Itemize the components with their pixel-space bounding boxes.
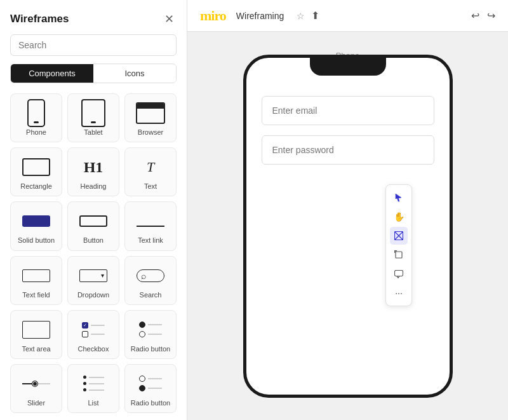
component-numbered-list[interactable]: Radio button [124,364,177,413]
comment-tool[interactable] [390,265,408,283]
component-label: Slider [27,399,45,407]
component-text-link[interactable]: Text link [124,201,177,250]
component-label: Solid button [18,236,55,245]
component-label: Text [144,182,157,191]
component-checkbox[interactable]: ✓ Checkbox [67,310,119,359]
component-radio[interactable]: Radio button [124,310,177,359]
component-label: Rectangle [20,182,52,191]
more-tool[interactable]: ··· [390,284,408,302]
components-grid: Phone Tablet Browser Rectangle H1 Headin… [0,88,187,420]
phone-frame [243,55,453,398]
panel-header: Wireframes ✕ [0,0,187,34]
component-label: Text link [138,236,163,245]
component-slider[interactable]: Slider [10,364,62,413]
component-search[interactable]: Search [124,256,177,305]
component-text-field[interactable]: Text field [10,256,62,305]
text-icon: T [135,156,166,179]
checkbox-icon: ✓ [78,318,109,341]
redo-button[interactable]: ↪ [487,10,495,22]
browser-icon [135,102,166,125]
search-component-icon [135,264,166,287]
component-label: Heading [81,182,107,191]
search-box [10,34,177,56]
main-canvas: ✋ ··· [187,32,508,420]
component-tablet[interactable]: Tablet [67,93,119,142]
top-bar-right: ↩ ↪ [471,10,495,22]
component-label: Checkbox [78,345,109,353]
button-icon [78,210,109,233]
component-dropdown[interactable]: Dropdown [67,256,119,305]
text-link-icon [135,210,166,233]
component-label: Radio button [131,345,170,353]
phone-notch [310,58,386,76]
component-button[interactable]: Button [67,201,119,250]
component-bullet-list[interactable]: List [67,364,119,413]
close-button[interactable]: ✕ [161,11,177,27]
share-icon[interactable]: ⬆ [311,10,319,22]
component-phone[interactable]: Phone [10,93,62,142]
component-text-area[interactable]: Text area [10,310,62,359]
panel-title: Wireframes [10,13,69,25]
component-label: Tablet [84,128,102,137]
text-field-icon [21,264,51,287]
dropdown-icon [78,264,109,287]
svg-rect-6 [395,270,403,276]
component-label: Dropdown [77,291,109,299]
component-label: Search [140,291,162,299]
star-icon[interactable]: ☆ [297,11,305,21]
bullet-list-icon [78,372,109,395]
svg-rect-3 [396,252,402,258]
component-heading[interactable]: H1 Heading [67,147,119,196]
tab-icons[interactable]: Icons [93,64,176,83]
svg-rect-5 [394,250,396,253]
undo-button[interactable]: ↩ [471,10,479,22]
component-label: Browser [138,128,163,137]
radio-icon [135,318,166,341]
top-bar: miro Wireframing ☆ ⬆ ↩ ↪ [187,0,508,32]
tab-row: Components Icons [10,64,177,83]
canvas-area: miro Wireframing ☆ ⬆ ↩ ↪ ✋ [187,0,508,420]
component-browser[interactable]: Browser [124,93,177,142]
component-text[interactable]: T Text [124,147,177,196]
wireframing-label: Wireframing [236,11,284,21]
frame-tool[interactable] [390,246,408,264]
component-label: Text field [22,291,50,299]
component-label: Text area [22,345,50,353]
tablet-icon [78,102,109,125]
miro-logo: miro [200,8,226,24]
tab-components[interactable]: Components [11,64,93,83]
component-label: Phone [26,128,46,137]
floating-toolbar: ✋ ··· [385,184,412,306]
pointer-tool[interactable] [390,189,408,207]
wireframes-panel: Wireframes ✕ Components Icons Phone Tabl… [0,0,187,420]
slider-icon [21,372,51,395]
textarea-icon [21,318,51,341]
email-field[interactable] [262,96,434,125]
component-label: Button [83,236,104,245]
phone-content [246,58,450,395]
heading-icon: H1 [78,156,109,179]
numbered-list-icon [135,372,166,395]
hand-tool[interactable]: ✋ [390,208,408,226]
component-label: List [88,399,98,407]
component-solid-button[interactable]: Solid button [10,201,62,250]
search-input[interactable] [10,34,177,56]
phone-icon [21,102,51,125]
cross-tool[interactable] [390,227,408,245]
top-bar-icons: ☆ ⬆ [297,10,319,22]
component-label: Radio button [131,399,170,407]
rectangle-icon [21,156,51,179]
component-rectangle[interactable]: Rectangle [10,147,62,196]
password-field[interactable] [262,135,434,165]
solid-button-icon [21,210,51,233]
